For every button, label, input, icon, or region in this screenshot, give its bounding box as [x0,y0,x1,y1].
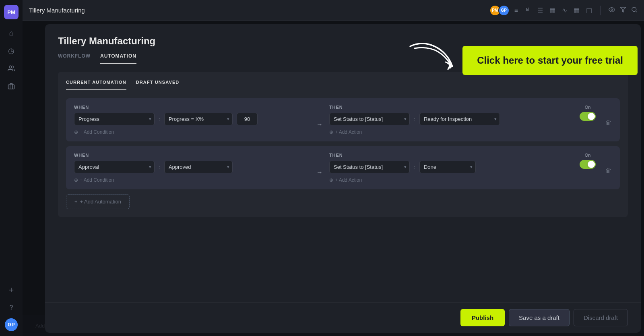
svg-marker-6 [620,7,625,12]
rule-arrow-1: → [316,105,323,128]
topbar-icons: ≡ ☰ ▦ ∿ ▦ ◫ [514,6,592,15]
discard-button[interactable]: Discard draft [574,309,628,326]
condition-op-select-2[interactable]: Approved [164,161,233,173]
colon-1: : [159,116,160,122]
then-section-2: THEN Set Status to [Status] : [329,153,565,183]
tab-workflow[interactable]: WORKFLOW [58,53,91,64]
toggle-1[interactable] [580,112,596,121]
action-val-select-1[interactable]: Ready for Inspection [419,113,500,125]
when-label-2: WHEN [74,153,310,158]
condition-op-wrap-1: Progress = X% [164,113,233,125]
modal-body: CURRENT AUTOMATION DRAFT UNSAVED WHEN Pr [45,64,641,302]
filter-icon[interactable] [620,6,626,15]
add-automation-icon: + [74,199,78,205]
add-condition-btn-1[interactable]: ⊕ + Add Condition [74,129,310,135]
eye-icon[interactable] [609,6,615,15]
file-icon[interactable]: ◫ [586,6,592,14]
svg-line-8 [636,11,637,12]
plus-icon[interactable]: + [4,283,19,297]
delete-btn-2[interactable]: 🗑 [605,153,612,174]
clock-icon[interactable]: ◷ [4,44,19,58]
avatar-2: GP [498,5,510,16]
rule-card-2: WHEN Approval : Appro [66,146,620,189]
when-label-1: WHEN [74,105,310,110]
wave-icon[interactable]: ∿ [562,6,567,14]
action-val-wrap-1: Ready for Inspection [419,113,500,125]
home-icon[interactable]: ⌂ [4,26,19,40]
toggle-label-2: On [585,153,591,158]
topbar-avatars: PM GP [489,5,510,16]
search-icon[interactable] [631,6,638,15]
action-val-select-2[interactable]: Done [419,161,476,173]
calendar-icon[interactable]: ▦ [574,6,580,14]
condition-field-select-1[interactable]: Progress [74,113,155,125]
svg-point-5 [611,9,613,10]
main-area: Add a Task Add a Task Click here to star… [23,21,644,336]
users-icon[interactable] [4,61,19,76]
add-action-btn-1[interactable]: ⊕ + Add Action [329,129,565,135]
cta-area: Click here to start your free trial [406,40,638,81]
app-logo[interactable]: PM [4,5,19,19]
condition-op-wrap-2: Approved [164,161,233,173]
when-section-2: WHEN Approval : Appro [74,153,310,183]
toggle-area-2: On [580,153,596,169]
topbar-title: Tillery Manufacturing [29,7,485,14]
sidebar: PM ⌂ ◷ + ? GP [0,0,23,336]
svg-point-0 [9,66,12,68]
panel-tab-draft[interactable]: DRAFT UNSAVED [136,80,180,90]
save-draft-button[interactable]: Save as a draft [509,309,570,326]
tab-automation[interactable]: AUTOMATION [100,53,136,64]
question-icon[interactable]: ? [4,301,19,315]
topbar: Tillery Manufacturing PM GP ≡ ☰ ▦ ∿ ▦ ◫ [23,0,644,21]
condition-val-input-1[interactable] [237,113,258,125]
colon-then-2: : [414,164,415,170]
cta-button[interactable]: Click here to start your free trial [462,46,638,75]
panel-tab-current[interactable]: CURRENT AUTOMATION [66,80,126,90]
condition-field-wrap-1: Progress [74,113,155,125]
svg-point-7 [632,7,636,12]
colon-then-1: : [414,116,415,122]
automation-panel: CURRENT AUTOMATION DRAFT UNSAVED WHEN Pr [58,72,628,217]
add-action-btn-2[interactable]: ⊕ + Add Action [329,177,565,183]
condition-field-select-2[interactable]: Approval [74,161,155,173]
then-label-1: THEN [329,105,565,110]
action-field-select-2[interactable]: Set Status to [Status] [329,161,410,173]
then-label-2: THEN [329,153,565,158]
modal-footer: Publish Save as a draft Discard draft [45,302,641,333]
grid-icon[interactable]: ▦ [549,6,555,14]
list-icon[interactable]: ≡ [514,7,518,14]
briefcase-icon[interactable] [4,79,19,93]
toggle-label-1: On [585,105,591,110]
chart-icon[interactable] [524,6,531,15]
rule-arrow-2: → [316,153,323,176]
user-avatar[interactable]: GP [5,318,18,331]
cta-arrow [406,40,462,81]
toggle-2[interactable] [580,160,596,169]
menu-icon[interactable]: ☰ [537,6,543,14]
panel-tabs: CURRENT AUTOMATION DRAFT UNSAVED [66,80,620,90]
action-field-wrap-2: Set Status to [Status] [329,161,410,173]
action-val-wrap-2: Done [419,161,476,173]
then-section-1: THEN Set Status to [Status] : [329,105,565,135]
toggle-area-1: On [580,105,596,121]
svg-rect-1 [8,85,14,89]
delete-btn-1[interactable]: 🗑 [605,105,612,127]
condition-op-select-1[interactable]: Progress = X% [164,113,233,125]
action-field-wrap-1: Set Status to [Status] [329,113,410,125]
when-section-1: WHEN Progress : Progr [74,105,310,135]
rule-card-1: WHEN Progress : Progr [66,98,620,141]
publish-button[interactable]: Publish [460,309,505,326]
condition-field-wrap-2: Approval [74,161,155,173]
colon-2: : [159,164,160,170]
add-automation-button[interactable]: + + Add Automation [66,194,130,209]
add-condition-btn-2[interactable]: ⊕ + Add Condition [74,177,310,183]
action-field-select-1[interactable]: Set Status to [Status] [329,113,410,125]
